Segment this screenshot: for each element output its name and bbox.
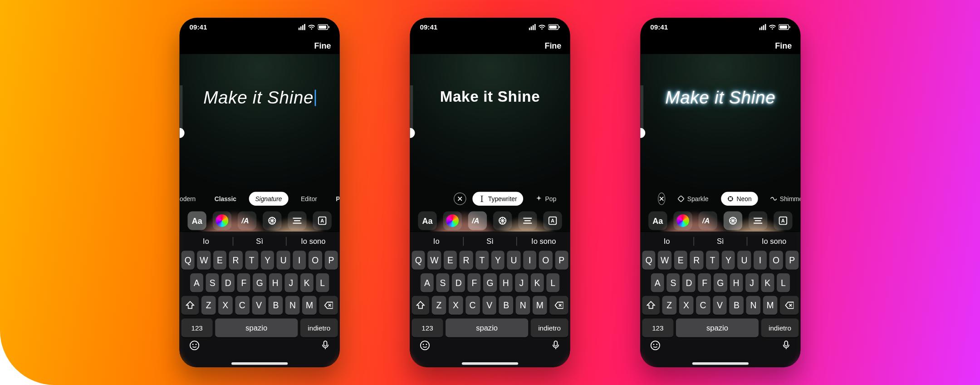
key-P[interactable]: P <box>324 251 338 269</box>
align-button[interactable] <box>288 211 306 230</box>
font-chip-row[interactable]: Sparkle Neon Shimmer <box>640 191 800 207</box>
key-T[interactable]: T <box>706 251 720 269</box>
font-chip[interactable]: Typewriter <box>472 192 523 206</box>
key-M[interactable]: M <box>302 296 317 315</box>
font-size-button[interactable]: Aa <box>187 211 206 230</box>
key-C[interactable]: C <box>235 296 250 315</box>
suggestion[interactable]: Io sono <box>748 237 801 246</box>
key-Y[interactable]: Y <box>722 251 735 269</box>
key-T[interactable]: T <box>475 251 489 269</box>
backspace-key[interactable] <box>549 296 568 315</box>
key-S[interactable]: S <box>206 273 219 292</box>
effect-button[interactable] <box>263 211 281 230</box>
emoji-icon[interactable] <box>650 340 660 353</box>
font-chip[interactable]: Poster <box>330 192 340 206</box>
key-P[interactable]: P <box>555 251 568 269</box>
key-D[interactable]: D <box>221 273 235 292</box>
font-chip[interactable]: Signature <box>249 192 289 206</box>
home-indicator[interactable] <box>462 362 518 365</box>
suggestion[interactable]: Io <box>640 237 693 246</box>
key-C[interactable]: C <box>466 296 480 315</box>
key-B[interactable]: B <box>499 296 514 315</box>
effect-button[interactable] <box>493 211 512 230</box>
space-key[interactable]: spazio <box>215 318 298 337</box>
font-chip-row[interactable]: Modern Classic Signature Editor Poster <box>180 191 340 207</box>
key-E[interactable]: E <box>213 251 227 269</box>
key-P[interactable]: P <box>785 251 799 269</box>
background-button[interactable] <box>774 211 792 230</box>
key-H[interactable]: H <box>269 273 282 292</box>
font-chip[interactable]: Modern <box>180 192 202 206</box>
key-Z[interactable]: Z <box>662 296 677 315</box>
key-K[interactable]: K <box>300 273 314 292</box>
key-B[interactable]: B <box>730 296 744 315</box>
key-U[interactable]: U <box>738 251 751 269</box>
color-button[interactable] <box>443 211 462 230</box>
font-chip[interactable]: Neon <box>721 192 758 206</box>
return-key[interactable]: indietro <box>531 318 568 337</box>
key-V[interactable]: V <box>252 296 266 315</box>
key-N[interactable]: N <box>746 296 761 315</box>
font-chip[interactable]: Classic <box>208 192 243 206</box>
key-W[interactable]: W <box>428 251 441 269</box>
italic-button[interactable] <box>238 211 256 230</box>
key-L[interactable]: L <box>546 273 559 292</box>
key-F[interactable]: F <box>698 273 711 292</box>
font-chip[interactable]: Sparkle <box>671 192 715 206</box>
backspace-key[interactable] <box>319 296 338 315</box>
mic-icon[interactable] <box>551 340 560 353</box>
numeric-key[interactable]: 123 <box>412 318 443 337</box>
key-Q[interactable]: Q <box>642 251 656 269</box>
backspace-key[interactable] <box>780 296 799 315</box>
key-B[interactable]: B <box>269 296 283 315</box>
key-O[interactable]: O <box>539 251 553 269</box>
key-J[interactable]: J <box>515 273 528 292</box>
effect-button[interactable] <box>724 211 742 230</box>
key-D[interactable]: D <box>452 273 465 292</box>
key-M[interactable]: M <box>763 296 778 315</box>
key-N[interactable]: N <box>285 296 300 315</box>
key-W[interactable]: W <box>197 251 211 269</box>
background-button[interactable] <box>543 211 562 230</box>
key-N[interactable]: N <box>516 296 530 315</box>
key-I[interactable]: I <box>754 251 767 269</box>
key-M[interactable]: M <box>533 296 547 315</box>
story-canvas[interactable]: Make it Shine Typewriter Pop Aa <box>410 54 570 232</box>
italic-button[interactable] <box>699 211 717 230</box>
key-Q[interactable]: Q <box>181 251 195 269</box>
done-button[interactable]: Fine <box>775 40 792 50</box>
align-button[interactable] <box>749 211 767 230</box>
key-R[interactable]: R <box>460 251 473 269</box>
font-chip-row[interactable]: Typewriter Pop <box>410 191 570 207</box>
key-H[interactable]: H <box>499 273 512 292</box>
home-indicator[interactable] <box>231 362 288 365</box>
key-U[interactable]: U <box>507 251 521 269</box>
key-G[interactable]: G <box>253 273 266 292</box>
key-Q[interactable]: Q <box>412 251 425 269</box>
key-O[interactable]: O <box>309 251 322 269</box>
key-S[interactable]: S <box>666 273 680 292</box>
return-key[interactable]: indietro <box>300 318 338 337</box>
key-C[interactable]: C <box>696 296 710 315</box>
key-W[interactable]: W <box>658 251 671 269</box>
mic-icon[interactable] <box>321 340 329 353</box>
color-button[interactable] <box>213 211 231 230</box>
suggestion[interactable]: Sì <box>464 237 517 246</box>
done-button[interactable]: Fine <box>544 40 561 50</box>
key-Y[interactable]: Y <box>491 251 505 269</box>
key-J[interactable]: J <box>284 273 298 292</box>
key-X[interactable]: X <box>218 296 233 315</box>
space-key[interactable]: spazio <box>446 318 528 337</box>
key-L[interactable]: L <box>316 273 329 292</box>
story-canvas[interactable]: Make it Shine Modern Classic Signature E… <box>180 54 340 232</box>
key-H[interactable]: H <box>730 273 743 292</box>
key-O[interactable]: O <box>769 251 783 269</box>
suggestion[interactable]: Sì <box>694 237 747 246</box>
key-I[interactable]: I <box>293 251 306 269</box>
key-A[interactable]: A <box>651 273 664 292</box>
story-text[interactable]: Make it Shine <box>180 88 340 108</box>
space-key[interactable]: spazio <box>676 318 759 337</box>
key-R[interactable]: R <box>229 251 243 269</box>
story-text[interactable]: Make it Shine <box>410 88 570 106</box>
shift-key[interactable] <box>412 296 430 315</box>
